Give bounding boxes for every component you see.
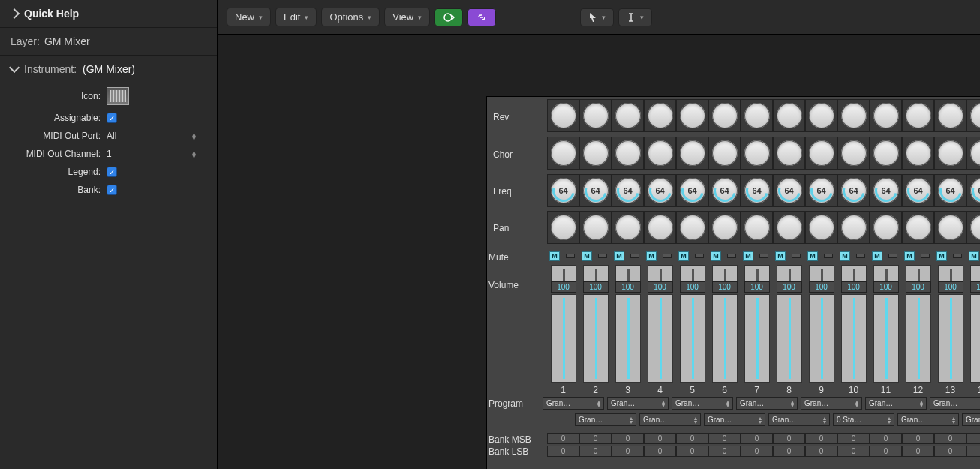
environment-canvas[interactable]: Rev Chor Freq Pan Mute Volume Program Ba… (218, 35, 980, 469)
bank-lsb-value[interactable]: 0 (741, 446, 773, 457)
volume-fader[interactable] (744, 294, 770, 383)
bank-lsb-value[interactable]: 0 (644, 446, 676, 457)
new-menu[interactable]: New▾ (227, 8, 271, 26)
pan-knob[interactable] (805, 211, 837, 244)
bank-lsb-value[interactable]: 0 (837, 446, 870, 457)
rev-knob[interactable] (579, 99, 612, 132)
bank-lsb-value[interactable]: 0 (708, 446, 741, 457)
volume-fader[interactable] (583, 294, 609, 383)
freq-knob[interactable]: 64 (579, 174, 612, 207)
freq-knob[interactable]: 64 (612, 174, 644, 207)
pan-knob[interactable] (966, 211, 980, 244)
program-select[interactable]: Gran… (672, 397, 733, 410)
freq-knob[interactable]: 64 (708, 174, 741, 207)
chor-knob[interactable] (676, 137, 708, 170)
program-select[interactable]: Gran… (865, 397, 927, 410)
bank-msb-value[interactable]: 0 (773, 433, 805, 444)
rev-knob[interactable] (741, 99, 773, 132)
volume-fader[interactable] (970, 294, 981, 383)
volume-fader[interactable] (809, 294, 834, 383)
bank-lsb-value[interactable]: 0 (870, 446, 902, 457)
view-menu[interactable]: View▾ (384, 8, 430, 26)
rev-knob[interactable] (612, 99, 644, 132)
mute-button[interactable]: M (807, 251, 818, 261)
pan-knob[interactable] (644, 211, 676, 244)
mute-button[interactable]: M (872, 251, 882, 261)
rev-knob[interactable] (773, 99, 805, 132)
chor-knob[interactable] (966, 137, 980, 170)
mute-button[interactable]: M (743, 251, 753, 261)
mute-button[interactable]: M (582, 251, 592, 261)
rev-knob[interactable] (644, 99, 676, 132)
bank-lsb-value[interactable]: 0 (676, 446, 708, 457)
program-select[interactable]: Gran… (736, 397, 798, 410)
rev-knob[interactable] (805, 99, 837, 132)
bank-lsb-value[interactable]: 0 (805, 446, 837, 457)
mixer-icon[interactable] (107, 87, 129, 105)
pan-knob[interactable] (870, 211, 902, 244)
bank-msb-value[interactable]: 0 (966, 433, 980, 444)
pan-knob[interactable] (547, 211, 579, 244)
program-select[interactable]: Gran… (543, 397, 604, 410)
bank-msb-value[interactable]: 0 (579, 433, 612, 444)
bank-lsb-value[interactable]: 0 (579, 446, 612, 457)
pan-knob[interactable] (612, 211, 644, 244)
pointer-tool[interactable]: ▾ (580, 8, 614, 26)
bank-msb-value[interactable]: 0 (870, 433, 902, 444)
freq-knob[interactable]: 64 (547, 174, 579, 207)
bank-lsb-value[interactable]: 0 (966, 446, 980, 457)
pan-knob[interactable] (773, 211, 805, 244)
program-select[interactable]: Gran… (639, 413, 701, 426)
bank-checkbox[interactable]: ✓ (107, 185, 117, 195)
midi-out-port-select[interactable]: All (107, 131, 208, 141)
freq-knob[interactable]: 64 (934, 174, 966, 207)
pan-knob[interactable] (708, 211, 741, 244)
rev-knob[interactable] (547, 99, 579, 132)
quick-help-header[interactable]: Quick Help (0, 0, 217, 28)
mute-button[interactable]: M (936, 251, 947, 261)
volume-fader[interactable] (841, 294, 867, 383)
text-tool[interactable]: ▾ (618, 8, 652, 26)
rev-knob[interactable] (966, 99, 980, 132)
bank-msb-value[interactable]: 0 (741, 433, 773, 444)
bank-msb-value[interactable]: 0 (644, 433, 676, 444)
program-select[interactable]: Gran… (930, 397, 980, 410)
mute-button[interactable]: M (904, 251, 915, 261)
freq-knob[interactable]: 64 (676, 174, 708, 207)
bank-msb-value[interactable]: 0 (837, 433, 870, 444)
legend-checkbox[interactable]: ✓ (107, 167, 117, 177)
chor-knob[interactable] (741, 137, 773, 170)
volume-value[interactable]: 100 (680, 281, 705, 293)
mute-button[interactable]: M (646, 251, 657, 261)
chor-knob[interactable] (644, 137, 676, 170)
chor-knob[interactable] (837, 137, 870, 170)
chor-knob[interactable] (547, 137, 579, 170)
freq-knob[interactable]: 64 (805, 174, 837, 207)
volume-value[interactable]: 100 (583, 281, 609, 293)
volume-value[interactable]: 100 (873, 281, 899, 293)
volume-value[interactable]: 100 (970, 281, 981, 293)
options-menu[interactable]: Options▾ (321, 8, 380, 26)
rev-knob[interactable] (837, 99, 870, 132)
bank-lsb-value[interactable]: 0 (773, 446, 805, 457)
volume-value[interactable]: 100 (906, 281, 931, 293)
bank-msb-value[interactable]: 0 (805, 433, 837, 444)
color-button[interactable] (434, 8, 463, 26)
volume-value[interactable]: 100 (712, 281, 738, 293)
program-select[interactable]: Gran… (575, 413, 636, 426)
pan-knob[interactable] (676, 211, 708, 244)
midi-out-channel-select[interactable]: 1 (107, 149, 208, 159)
mute-button[interactable]: M (840, 251, 850, 261)
volume-fader[interactable] (551, 294, 576, 383)
chor-knob[interactable] (902, 137, 934, 170)
assignable-checkbox[interactable]: ✓ (107, 113, 117, 123)
chor-knob[interactable] (870, 137, 902, 170)
program-select[interactable]: Gran… (897, 413, 959, 426)
bank-msb-value[interactable]: 0 (708, 433, 741, 444)
volume-value[interactable]: 100 (938, 281, 963, 293)
chor-knob[interactable] (708, 137, 741, 170)
volume-fader[interactable] (615, 294, 641, 383)
volume-fader[interactable] (712, 294, 738, 383)
rev-knob[interactable] (708, 99, 741, 132)
mute-button[interactable]: M (969, 251, 979, 261)
